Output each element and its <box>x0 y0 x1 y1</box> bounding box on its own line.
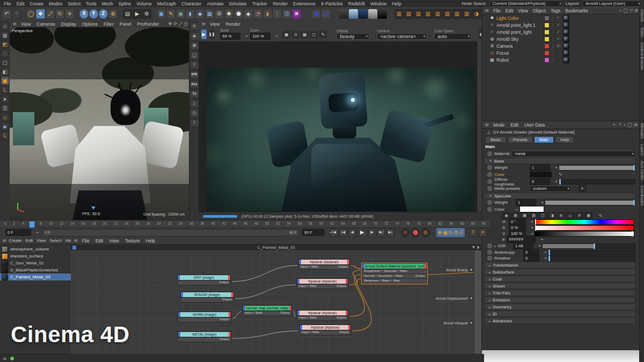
viewport-nav-icon[interactable]: ◫ <box>184 21 188 26</box>
object-tree-row[interactable]: ✺ Light Color ⋮ ⁘ <box>482 14 640 21</box>
current-frame-spinner[interactable]: 0 F <box>5 229 31 236</box>
toolbar-icon[interactable]: ↶ <box>2 9 11 19</box>
graph-node-image[interactable]: ROUGH (image)Output <box>180 292 234 302</box>
node-port-row[interactable]: Input < MainOutput <box>297 316 348 321</box>
rotation-value[interactable]: 0 <box>523 255 539 262</box>
menu-item[interactable]: Mesh <box>102 1 113 6</box>
metal-presets-select[interactable]: custom <box>530 186 571 192</box>
layer-tag[interactable] <box>544 23 550 28</box>
record-button[interactable]: ⊘ <box>401 228 409 237</box>
node-editor-tab-title[interactable]: C_Painted_Metal_03 <box>257 245 295 250</box>
arnold-tool-icon[interactable]: ◯ <box>190 51 199 60</box>
panel-menu-icon[interactable] <box>485 122 491 127</box>
arnold-tool-icon[interactable]: Ⓐ <box>190 109 199 117</box>
anisotropy-slider[interactable] <box>548 250 635 255</box>
collapsed-section-header[interactable]: ▸Coat <box>484 276 635 282</box>
object-tree-row[interactable]: ◎ Focus ⋮ <box>482 49 640 56</box>
attribute-menu-item[interactable]: Mode <box>493 122 504 128</box>
record-button[interactable]: ⬤ <box>411 228 420 237</box>
object-name[interactable]: Arnold point_light.1 <box>496 23 543 28</box>
material-name[interactable]: standard_surface <box>10 254 43 258</box>
panel-menu-icon[interactable] <box>485 8 491 13</box>
object-tree-row[interactable]: ◍ Arnold Sky ⋮ ✓ <box>482 35 640 42</box>
toolbar-icon[interactable]: ▤ <box>123 9 132 19</box>
material-list-item[interactable]: C_Gun_Metal_01 <box>0 260 71 267</box>
toolbar-icon[interactable]: ↷ <box>12 9 21 19</box>
render-output-port[interactable]: Arnold Displacement <box>436 297 473 300</box>
diffuse-roughness-slider[interactable] <box>559 179 635 184</box>
metal-presets-apply-button[interactable]: ▸ <box>579 185 587 192</box>
render-menu-item[interactable]: View <box>210 21 219 27</box>
layer-tag[interactable] <box>544 16 550 21</box>
ior-slider[interactable] <box>542 243 635 249</box>
graph-node-triplanar[interactable]: triplanar (triplanar)Input < MainOutput <box>298 259 350 270</box>
menu-item[interactable]: Edit <box>17 1 25 6</box>
eyedropper-icon[interactable]: ✎ <box>599 213 603 218</box>
menu-item[interactable]: Spline <box>119 1 131 6</box>
collapsed-section-header[interactable]: ▸Geometry <box>484 304 635 310</box>
hsv-gradient-slider[interactable] <box>535 225 634 231</box>
panel-menu-icon[interactable] <box>2 238 6 243</box>
display-select[interactable]: beauty <box>336 33 369 40</box>
arnold-tool-icon[interactable]: ▤ <box>190 42 199 50</box>
param-knob[interactable] <box>487 165 492 170</box>
base-color-swatch[interactable] <box>530 172 552 178</box>
material-name[interactable]: C_Gun_Metal_01 <box>10 261 44 265</box>
timeline-extra-icon[interactable]: ≡ <box>479 228 487 237</box>
param-knob[interactable] <box>487 186 492 191</box>
toolbar-icon[interactable]: ▦ <box>205 9 214 19</box>
object-manager-icon[interactable]: ◯ <box>623 8 628 13</box>
toolbar-icon[interactable]: ⋮ <box>273 9 282 19</box>
toolbar-icon[interactable]: ✥ <box>36 9 45 19</box>
material-name[interactable]: atmosphere_volume <box>10 247 49 252</box>
visibility-dots-icon[interactable]: ⋮ <box>551 58 555 62</box>
mode-icon[interactable]: ∪ <box>1 113 9 121</box>
menu-item[interactable]: Window <box>370 1 386 6</box>
zoom-spinner[interactable]: 100 % <box>250 33 270 40</box>
object-name[interactable]: Focus <box>496 50 543 56</box>
param-knob[interactable] <box>487 179 492 184</box>
node-port-row[interactable]: Input < MainOutput <box>243 311 292 316</box>
attribute-nav-icon[interactable]: ← <box>613 122 617 127</box>
toolbar-icon[interactable]: ▥ <box>452 9 462 19</box>
toolbar-icon[interactable]: ▥ <box>414 9 423 19</box>
color-mode-icon[interactable]: ◨ <box>548 212 556 219</box>
viewport-nav-icon[interactable]: ⤢ <box>179 21 182 27</box>
keyframe-toggle-icon[interactable]: ⠿ <box>459 229 463 237</box>
node-editor-corner-icon[interactable]: ◗ <box>477 245 479 250</box>
attribute-nav-icon[interactable]: ⌕ <box>624 122 626 128</box>
texture-tag-thumb[interactable] <box>563 43 569 49</box>
attribute-menu-item[interactable]: User Data <box>524 122 545 128</box>
object-menu-item[interactable]: View <box>518 8 528 13</box>
toolbar-icon[interactable]: Z <box>99 9 108 19</box>
render-option-icon[interactable]: ▦ <box>301 31 309 39</box>
object-menu-item[interactable]: Edit <box>506 8 514 13</box>
menu-item[interactable]: X-Particles <box>321 1 343 6</box>
node-editor-menu-item[interactable]: File <box>82 238 90 243</box>
toolbar-icon[interactable]: ✇ <box>215 9 224 19</box>
color-mode-icon[interactable]: ▧ <box>530 212 538 219</box>
mode-icon[interactable]: ➤ <box>1 95 9 103</box>
ipr-play-button[interactable]: ▶ <box>201 29 207 39</box>
section-specular[interactable]: ▼Specular <box>484 193 635 199</box>
viewport-menu-item[interactable]: View <box>21 21 31 27</box>
toolbar-icon[interactable] <box>349 9 358 19</box>
attribute-tab[interactable]: Presets <box>508 136 533 143</box>
object-name[interactable]: Light Color <box>496 16 543 21</box>
layer-tag[interactable] <box>544 50 550 56</box>
arnold-tool-button[interactable]: IPR <box>190 71 199 79</box>
visibility-dots-icon[interactable]: ⋮ <box>551 51 555 55</box>
weight-slider[interactable] <box>559 165 635 171</box>
node-port-row[interactable]: Normal < Geometry < MainOutput <box>362 274 427 279</box>
collapsed-section-header[interactable]: ▸Subsurface <box>484 269 635 275</box>
toolbar-icon[interactable]: ▥ <box>394 9 404 19</box>
material-menu-item[interactable]: Create <box>9 238 21 243</box>
tag-state-icon[interactable]: ✓ <box>557 29 561 34</box>
node-port-row[interactable]: Output <box>178 337 231 342</box>
arnold-tool-icon[interactable]: ✇ <box>190 23 199 31</box>
material-menu-item[interactable]: Select <box>49 238 61 243</box>
toolbar-icon[interactable]: ◼ <box>157 9 166 19</box>
material-thumbnail[interactable] <box>2 253 8 260</box>
viewport-menu-item[interactable]: Cameras <box>36 21 55 27</box>
section-base[interactable]: ▼Base <box>484 158 635 164</box>
